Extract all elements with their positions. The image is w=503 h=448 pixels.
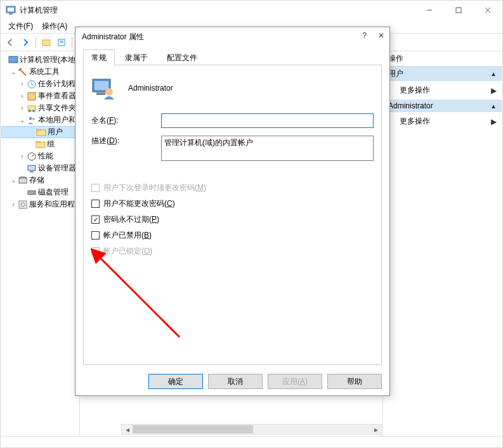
svg-rect-13 [9, 56, 18, 63]
tree-task-scheduler[interactable]: ›任务计划程 [1, 78, 79, 90]
svg-rect-24 [36, 141, 40, 143]
tree-label: 用户 [48, 127, 63, 138]
minimize-button[interactable] [415, 1, 444, 20]
password-never-expires-row[interactable]: 密码永不过期(P) [91, 214, 374, 225]
tree-label: 共享文件夹 [38, 103, 76, 113]
tree-root[interactable]: ▾计算机管理(本地) [1, 54, 79, 66]
actions-group-users[interactable]: 用户▲ [383, 67, 502, 81]
account-locked-row: 帐户已锁定(O) [91, 246, 374, 257]
tree-local-users[interactable]: ⌄本地用户和 [1, 114, 79, 126]
user-name-display: Administrator [128, 84, 173, 93]
description-input[interactable] [161, 136, 374, 161]
svg-rect-32 [19, 201, 27, 208]
actions-group-admin[interactable]: Administrator▲ [383, 99, 502, 112]
actions-more-admin[interactable]: 更多操作▶ [383, 112, 502, 131]
device-icon [27, 163, 37, 174]
svg-rect-27 [30, 171, 34, 172]
scroll-left[interactable]: ◂ [122, 425, 133, 434]
dialog-buttons: 确定 取消 应用(A) 帮助 [148, 374, 382, 389]
dialog-close-button[interactable]: ✕ [378, 31, 384, 40]
storage-icon [18, 176, 28, 186]
tree-storage[interactable]: ⌄存储 [1, 174, 79, 186]
dialog-title-text: Administrator 属性 [82, 32, 144, 42]
arrow-icon: ▶ [491, 117, 497, 126]
check-label: 帐户已锁定(O) [103, 246, 152, 257]
tree-event-viewer[interactable]: ›事件查看器 [1, 90, 79, 102]
close-button[interactable] [473, 1, 502, 20]
fullname-label: 全名(F): [91, 115, 161, 126]
svg-rect-26 [28, 165, 36, 170]
svg-rect-2 [9, 13, 13, 15]
tab-memberof[interactable]: 隶属于 [117, 49, 156, 67]
tree-users[interactable]: ·用户 [1, 126, 79, 138]
svg-rect-15 [28, 93, 36, 100]
tree-panel[interactable]: ▾计算机管理(本地) ⌄系统工具 ›任务计划程 ›事件查看器 ›共享文件夹 ⌄本… [1, 51, 80, 436]
horizontal-scrollbar[interactable]: ◂ ▸ [121, 424, 382, 435]
folder-icon [36, 127, 46, 138]
separator [72, 37, 72, 48]
description-label: 描述(D): [91, 136, 161, 146]
tree-services[interactable]: ›服务和应用程 [1, 198, 79, 210]
disk-icon [27, 188, 37, 198]
check-label: 密码永不过期(P) [103, 214, 159, 225]
folder-button[interactable] [39, 35, 53, 49]
group-label: Administrator [388, 101, 433, 110]
svg-point-20 [32, 118, 35, 120]
cannot-change-password-checkbox[interactable] [91, 200, 100, 208]
back-button[interactable] [3, 35, 17, 49]
password-never-expires-checkbox[interactable] [91, 215, 100, 224]
dialog-tabs: 常规 隶属于 配置文件 [83, 49, 382, 65]
tree-shared-folders[interactable]: ›共享文件夹 [1, 102, 79, 114]
user-header: Administrator [91, 77, 374, 99]
menu-file[interactable]: 文件(F) [4, 20, 37, 33]
svg-rect-22 [37, 129, 41, 131]
cancel-button[interactable]: 取消 [208, 374, 263, 389]
tree-system-tools[interactable]: ⌄系统工具 [1, 66, 79, 78]
event-icon [27, 91, 37, 101]
account-locked-checkbox [91, 247, 100, 255]
forward-button[interactable] [18, 35, 32, 49]
properties-button[interactable] [55, 35, 69, 49]
apply-button[interactable]: 应用(A) [268, 374, 322, 389]
tree-label: 存储 [29, 175, 44, 186]
tree-device-manager[interactable]: ·设备管理器 [1, 162, 79, 174]
check-label: 用户下次登录时须更改密码(M) [103, 182, 206, 193]
tree-label: 计算机管理(本地) [20, 54, 78, 65]
account-disabled-checkbox[interactable] [91, 231, 100, 240]
ok-button[interactable]: 确定 [148, 374, 203, 389]
must-change-password-checkbox [91, 184, 100, 192]
menu-action[interactable]: 操作(A) [38, 20, 71, 33]
tree-label: 设备管理器 [38, 163, 76, 174]
tree-label: 性能 [38, 151, 53, 162]
description-row: 描述(D): [91, 136, 374, 161]
svg-point-36 [105, 88, 113, 96]
check-label: 用户不能更改密码(C) [103, 198, 175, 209]
tree-performance[interactable]: ›性能 [1, 150, 79, 162]
scroll-right[interactable]: ▸ [370, 425, 381, 434]
more-label: 更多操作 [400, 85, 430, 96]
tree-groups[interactable]: ·组 [1, 138, 79, 150]
group-label: 用户 [388, 68, 403, 79]
scroll-thumb[interactable] [133, 425, 253, 433]
svg-point-19 [29, 117, 32, 120]
tree-disk-mgmt[interactable]: ·磁盘管理 [1, 186, 79, 198]
actions-header: 操作 [383, 51, 502, 67]
dialog-body: Administrator 全名(F): 描述(D): 用户下次登录时须更改密码… [83, 65, 382, 365]
tab-profile[interactable]: 配置文件 [159, 49, 206, 67]
svg-rect-37 [96, 93, 105, 95]
tree-label: 任务计划程 [38, 79, 76, 89]
help-button[interactable]: 帮助 [327, 374, 382, 389]
help-button[interactable]: ? [362, 31, 367, 40]
window-controls [415, 1, 502, 20]
fullname-input[interactable] [161, 113, 374, 128]
svg-point-31 [34, 192, 35, 193]
maximize-button[interactable] [444, 1, 473, 20]
actions-more-users[interactable]: 更多操作▶ [383, 81, 502, 99]
account-disabled-row[interactable]: 帐户已禁用(B) [91, 230, 374, 241]
tab-general[interactable]: 常规 [83, 49, 115, 67]
svg-rect-1 [8, 8, 14, 11]
user-icon [91, 77, 114, 99]
window-title: 计算机管理 [20, 5, 58, 16]
titlebar: 计算机管理 [1, 1, 502, 20]
cannot-change-password-row[interactable]: 用户不能更改密码(C) [91, 198, 374, 209]
